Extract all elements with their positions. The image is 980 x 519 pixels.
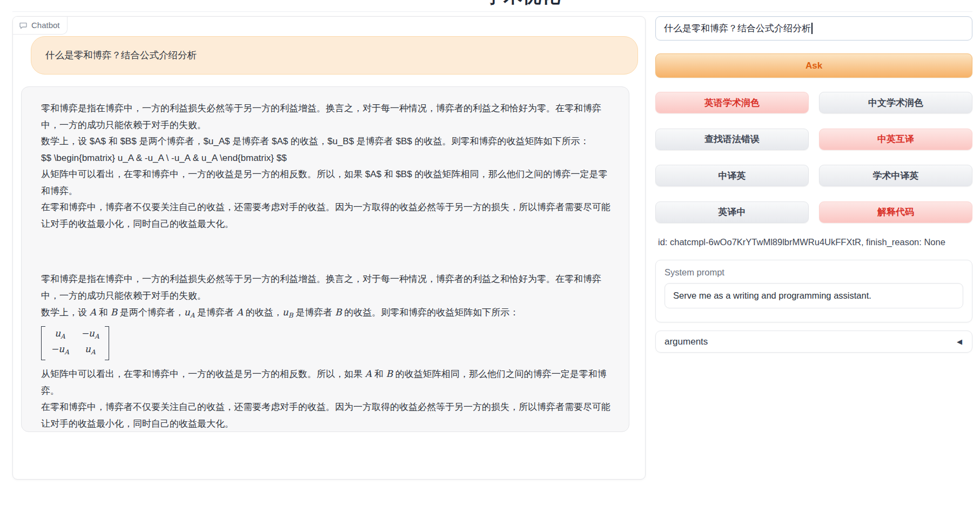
completion-status-text: id: chatcmpl-6wOo7KrYTwMl89lbrMWRu4UkFFX… <box>658 237 945 247</box>
system-prompt-label: System prompt <box>664 267 963 278</box>
bot-rendered-paragraph: 零和博弈是指在博弈中，一方的利益损失必然等于另一方的利益增益。换言之，对于每一种… <box>41 271 613 304</box>
action-button-chinese-polish[interactable]: 中文学术润色 <box>819 92 972 113</box>
chatbot-label: Chatbot <box>13 17 68 35</box>
ask-button[interactable]: Ask <box>655 53 972 78</box>
system-prompt-input[interactable]: Serve me as a writing and programming as… <box>664 283 963 308</box>
text-caret <box>811 23 813 34</box>
matrix-cell: −uA <box>51 343 69 359</box>
bot-raw-paragraph: 数学上，设 $A$ 和 $B$ 是两个博弈者，$u_A$ 是博弈者 $A$ 的收… <box>41 133 613 150</box>
arguments-accordion[interactable]: arguments ◀ <box>655 331 972 353</box>
action-button-en-to-zh[interactable]: 英译中 <box>655 201 809 223</box>
question-input-value: 什么是零和博弈？结合公式介绍分析 <box>664 22 811 35</box>
question-input[interactable]: 什么是零和博弈？结合公式介绍分析 <box>655 16 972 41</box>
action-button-find-grammar-errors[interactable]: 查找语法错误 <box>655 129 809 150</box>
bot-raw-paragraph: $$ \begin{bmatrix} u_A & -u_A \ -u_A & u… <box>41 150 613 167</box>
bot-raw-paragraph: 零和博弈是指在博弈中，一方的利益损失必然等于另一方的利益增益。换言之，对于每一种… <box>41 100 613 133</box>
bot-message-rendered: 零和博弈是指在博弈中，一方的利益损失必然等于另一方的利益增益。换言之，对于每一种… <box>41 271 613 432</box>
action-button-english-polish[interactable]: 英语学术润色 <box>655 92 809 113</box>
matrix-cell: uA <box>55 327 65 343</box>
accordion-collapsed-icon: ◀ <box>957 338 962 346</box>
chatbot-label-text: Chatbot <box>31 21 60 30</box>
bot-message-raw: 零和博弈是指在博弈中，一方的利益损失必然等于另一方的利益增益。换言之，对于每一种… <box>41 100 613 232</box>
action-button-explain-code[interactable]: 解释代码 <box>819 201 972 223</box>
control-column: 什么是零和博弈？结合公式介绍分析 Ask 英语学术润色 中文学术润色 查找语法错… <box>655 0 972 519</box>
bot-rendered-paragraph: 数学上，设 A 和 B 是两个博弈者，uA 是博弈者 A 的收益，uB 是博弈者… <box>41 304 613 324</box>
matrix-cell: uA <box>85 343 96 359</box>
chat-bubble-icon <box>19 21 28 30</box>
page-title: 学术优化 <box>485 0 560 7</box>
bot-message-bubble: 零和博弈是指在博弈中，一方的利益损失必然等于另一方的利益增益。换言之，对于每一种… <box>21 86 629 432</box>
bot-rendered-paragraph: 从矩阵中可以看出，在零和博弈中，一方的收益是另一方的相反数。所以，如果 A 和 … <box>41 366 613 399</box>
action-button-zh-en-mutual-translate[interactable]: 中英互译 <box>819 129 972 150</box>
chatbot-panel: Chatbot 什么是零和博弈？结合公式介绍分析 零和博弈是指在博弈中，一方的利… <box>12 16 646 480</box>
matrix-left-bracket <box>41 326 45 360</box>
matrix-cell: −uA <box>81 327 99 343</box>
action-button-zh-to-en[interactable]: 中译英 <box>655 165 809 186</box>
matrix-right-bracket <box>105 326 109 360</box>
arguments-accordion-label: arguments <box>664 336 708 347</box>
user-message-text: 什么是零和博弈？结合公式介绍分析 <box>45 47 197 64</box>
bot-raw-paragraph: 从矩阵中可以看出，在零和博弈中，一方的收益是另一方的相反数。所以，如果 $A$ … <box>41 166 613 199</box>
bot-raw-paragraph: 在零和博弈中，博弈者不仅要关注自己的收益，还需要考虑对手的收益。因为一方取得的收… <box>41 199 613 232</box>
system-prompt-group: System prompt Serve me as a writing and … <box>655 260 972 322</box>
user-message-bubble: 什么是零和博弈？结合公式介绍分析 <box>31 36 638 75</box>
system-prompt-value: Serve me as a writing and programming as… <box>673 291 871 301</box>
action-button-grid: 英语学术润色 中文学术润色 查找语法错误 中英互译 中译英 学术中译英 英译中 … <box>655 92 972 223</box>
app-page: 学术优化 Chatbot 什么是零和博弈？结合公式介绍分析 零和博弈是指在博弈中… <box>0 0 980 519</box>
bot-rendered-paragraph: 在零和博弈中，博弈者不仅要关注自己的收益，还需要考虑对手的收益。因为一方取得的收… <box>41 399 613 432</box>
payoff-matrix: uA −uA −uA uA <box>41 326 109 360</box>
action-button-academic-zh-to-en[interactable]: 学术中译英 <box>819 165 972 186</box>
matrix-cells: uA −uA −uA uA <box>45 326 105 360</box>
